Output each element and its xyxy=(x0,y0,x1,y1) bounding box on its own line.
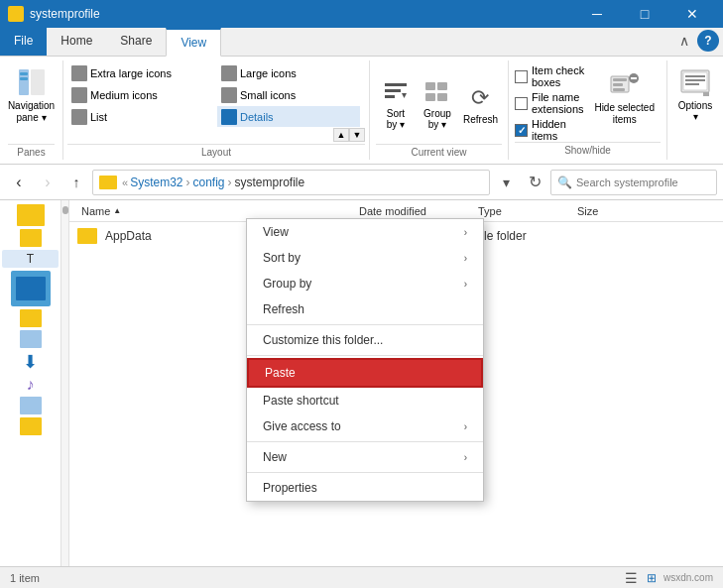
sidebar-item-2[interactable] xyxy=(2,229,59,247)
showhide-label: Show/hide xyxy=(515,142,661,156)
sidebar-item-4[interactable] xyxy=(2,330,59,348)
sidebar-folder-5 xyxy=(20,397,42,414)
layout-group: Extra large icons Large icons Medium ico… xyxy=(63,60,370,160)
svg-rect-9 xyxy=(437,82,447,90)
ctx-properties[interactable]: Properties xyxy=(247,475,483,501)
breadcrumb-config[interactable]: config xyxy=(192,176,224,189)
ctx-view[interactable]: View › xyxy=(247,219,483,245)
minimize-button[interactable]: ─ xyxy=(574,0,620,28)
col-type-header[interactable]: Type xyxy=(474,205,573,217)
col-name-header[interactable]: Name ▲ xyxy=(77,205,355,217)
options-label: Options ▾ xyxy=(677,100,713,122)
tab-view[interactable]: View xyxy=(166,28,221,57)
ctx-give-access[interactable]: Give access to › xyxy=(247,413,483,439)
sidebar-item-t[interactable]: T xyxy=(2,250,59,268)
svg-rect-4 xyxy=(385,83,407,86)
status-bar: 1 item ☰ ⊞ wsxdn.com xyxy=(0,566,723,588)
refresh-address-button[interactable]: ↻ xyxy=(522,170,547,195)
tab-share[interactable]: Share xyxy=(106,28,166,56)
ctx-paste-shortcut[interactable]: Paste shortcut xyxy=(247,388,483,413)
sort-by-icon xyxy=(380,76,412,108)
sidebar-item-5[interactable] xyxy=(2,397,59,414)
options-button[interactable]: Options ▾ xyxy=(667,60,723,160)
sort-by-button[interactable]: Sortby ▾ xyxy=(376,74,416,132)
ribbon-collapse-button[interactable]: ∧ xyxy=(675,32,693,50)
current-view-label: Current view xyxy=(376,144,502,158)
large-icons-button[interactable]: Large icons xyxy=(217,62,360,83)
refresh-button[interactable]: ⟳ Refresh xyxy=(459,80,502,127)
hide-selected-icon xyxy=(607,66,643,102)
svg-rect-8 xyxy=(425,82,435,90)
sidebar-folder-6 xyxy=(20,417,42,435)
breadcrumb-folder-icon xyxy=(99,176,117,189)
col-size-header[interactable]: Size xyxy=(573,205,653,217)
list-icon xyxy=(71,109,87,125)
hidden-items-cb: ✓ xyxy=(515,124,528,137)
sidebar-item-folder-blue[interactable] xyxy=(11,271,51,306)
ctx-sort-by[interactable]: Sort by › xyxy=(247,245,483,271)
ctx-sortby-arrow: › xyxy=(464,253,467,264)
list-view-button[interactable]: ☰ xyxy=(624,570,640,586)
col-date-header[interactable]: Date modified xyxy=(355,205,474,217)
back-button[interactable]: ‹ xyxy=(6,170,32,195)
refresh-label: Refresh xyxy=(463,114,498,125)
details-button[interactable]: Details xyxy=(217,106,360,127)
sidebar-folder-2 xyxy=(20,229,42,247)
ctx-sep-3 xyxy=(247,441,483,442)
details-view-button[interactable]: ⊞ xyxy=(644,570,660,586)
tab-file[interactable]: File xyxy=(0,28,47,56)
ctx-refresh[interactable]: Refresh xyxy=(247,296,483,322)
tab-home[interactable]: Home xyxy=(47,28,106,56)
file-name-extensions-cb xyxy=(515,97,528,110)
small-icons-button[interactable]: Small icons xyxy=(217,84,360,105)
ctx-customize[interactable]: Customize this folder... xyxy=(247,327,483,353)
svg-rect-22 xyxy=(685,83,699,85)
file-name-extensions-option[interactable]: File name extensions xyxy=(515,91,584,115)
large-icon xyxy=(221,65,237,81)
medium-icons-button[interactable]: Medium icons xyxy=(67,84,216,105)
sidebar-item-1[interactable] xyxy=(2,204,59,226)
sort-arrow-icon: ▲ xyxy=(113,206,121,215)
layout-less-button[interactable]: ▼ xyxy=(349,128,365,142)
hidden-items-option[interactable]: ✓ Hidden items xyxy=(515,118,584,142)
ctx-group-by[interactable]: Group by › xyxy=(247,271,483,296)
layout-more-button[interactable]: ▲ xyxy=(333,128,349,142)
hide-selected-button[interactable]: Hide selecteditems xyxy=(588,64,661,128)
details-icon xyxy=(221,109,237,125)
svg-rect-2 xyxy=(20,72,28,75)
maximize-button[interactable]: □ xyxy=(622,0,667,28)
watermark: wsxdn.com xyxy=(663,572,713,583)
sidebar-download-icon[interactable]: ⬇ xyxy=(2,351,59,373)
navigation-pane-button[interactable]: Navigationpane ▾ xyxy=(4,62,59,126)
dropdown-button[interactable]: ▾ xyxy=(493,170,519,195)
sidebar-folder-3 xyxy=(20,309,42,327)
breadcrumb-system32[interactable]: System32 xyxy=(130,176,182,189)
up-button[interactable]: ↑ xyxy=(63,170,89,195)
title-bar: systemprofile ─ □ ✕ xyxy=(0,0,723,28)
appdata-folder-icon xyxy=(77,228,97,244)
sidebar-music-icon[interactable]: ♪ xyxy=(2,376,59,394)
breadcrumb[interactable]: « System32 › config › systemprofile xyxy=(92,170,490,195)
sidebar-label-t: T xyxy=(27,252,34,266)
medium-icon xyxy=(71,87,87,103)
sidebar-folder-blue xyxy=(16,277,46,300)
close-button[interactable]: ✕ xyxy=(669,0,715,28)
group-by-button[interactable]: Groupby ▾ xyxy=(418,74,457,132)
extra-large-icons-button[interactable]: Extra large icons xyxy=(67,62,216,83)
sidebar-scrollbar[interactable] xyxy=(61,200,69,588)
ctx-new[interactable]: New › xyxy=(247,444,483,470)
title-bar-left: systemprofile xyxy=(8,6,100,22)
layout-label: Layout xyxy=(67,144,365,158)
ctx-paste[interactable]: Paste xyxy=(247,358,483,388)
search-input[interactable] xyxy=(576,176,710,188)
panes-group: Navigationpane ▾ Panes xyxy=(0,60,63,160)
sidebar-item-6[interactable] xyxy=(2,417,59,435)
list-button[interactable]: List xyxy=(67,106,216,127)
search-icon: 🔍 xyxy=(557,176,572,189)
panes-label: Panes xyxy=(8,144,55,158)
sidebar-item-3[interactable] xyxy=(2,309,59,327)
left-sidebar: T ⬇ ♪ xyxy=(0,200,61,588)
item-checkboxes-option[interactable]: Item check boxes xyxy=(515,64,584,88)
help-button[interactable]: ? xyxy=(697,30,719,52)
svg-rect-3 xyxy=(20,77,28,80)
